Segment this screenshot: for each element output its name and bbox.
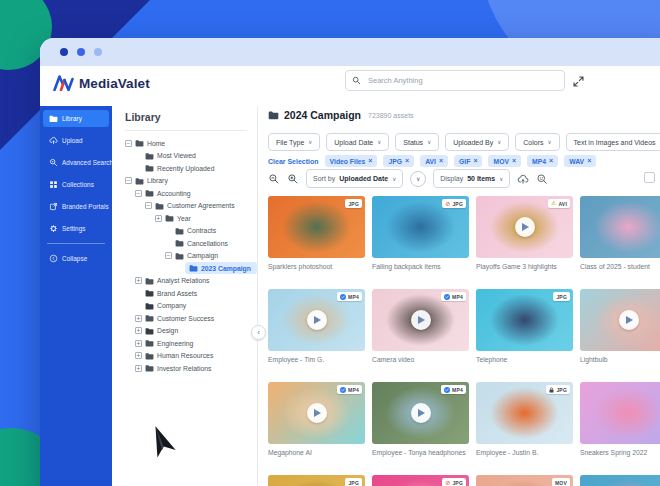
asset-tile[interactable]: MP4 Employee - Tonya headphones [372,382,469,456]
filter-button-colors[interactable]: Colors ∨ [515,133,559,151]
expand-toggle-icon[interactable]: + [135,352,142,359]
sidebar-item-collections[interactable]: Collections [43,176,109,193]
zoom-out-icon[interactable] [268,173,280,185]
filter-button-text-in-images-and-videos[interactable]: Text in Images and Videos ∨ [566,133,660,151]
expand-icon[interactable] [572,74,585,87]
face-search-icon[interactable] [536,173,548,185]
collapse-toggle-icon[interactable]: − [135,190,142,197]
play-icon[interactable] [411,310,431,330]
asset-thumbnail[interactable] [580,475,660,486]
sidebar-item-branded-portals[interactable]: Branded Portals [43,198,109,215]
tree-item-brand-assets[interactable]: Brand Assets [112,287,257,300]
tree-item-library[interactable]: − Library [112,175,257,188]
expand-toggle-icon[interactable]: + [135,315,142,322]
asset-tile[interactable]: Lightbulb [580,289,660,363]
asset-thumbnail[interactable]: JPG [476,382,573,444]
asset-tile[interactable]: JPG Sparklers photoshoot [268,196,365,270]
select-all-checkbox[interactable] [644,172,655,183]
collapse-toggle-icon[interactable]: − [125,177,132,184]
tree-item-year[interactable]: + Year [112,212,257,225]
filter-chip-avi[interactable]: AVI × [420,155,448,167]
asset-thumbnail[interactable] [580,196,660,258]
asset-tile[interactable]: Class of 2025 - student [580,196,660,270]
play-icon[interactable] [515,217,535,237]
asset-thumbnail[interactable]: ⚠AVI [476,196,573,258]
play-icon[interactable] [411,403,431,423]
play-icon[interactable] [307,403,327,423]
collapse-toggle-icon[interactable]: − [165,252,172,259]
close-icon[interactable]: × [549,158,553,164]
expand-toggle-icon[interactable]: + [135,365,142,372]
asset-tile[interactable]: ⊘JPG Falling backpack items [372,196,469,270]
tree-collapse-handle[interactable]: ‹ [251,325,266,340]
asset-tile[interactable] [580,475,660,486]
asset-thumbnail[interactable]: JPG [268,475,365,486]
tree-item-design[interactable]: + Design [112,325,257,338]
asset-tile[interactable]: JPG [268,475,365,486]
filter-chip-video-files[interactable]: Video Files × [325,155,378,167]
search-input[interactable] [366,75,558,86]
asset-tile[interactable]: MP4 Camera video [372,289,469,363]
sort-direction-button[interactable]: ∨ [410,171,426,187]
tree-item-campaign[interactable]: − Campaign [112,250,257,263]
filter-button-status[interactable]: Status ∨ [395,133,439,151]
asset-tile[interactable]: MP4 Megaphone AI [268,382,365,456]
filter-chip-wav[interactable]: WAV × [564,155,596,167]
filter-chip-gif[interactable]: GIF × [454,155,482,167]
close-icon[interactable]: × [473,158,477,164]
asset-tile[interactable]: ⚠AVI Playoffs Game 3 highlights [476,196,573,270]
close-icon[interactable]: × [439,158,443,164]
asset-tile[interactable]: ⊘JPG [372,475,469,486]
tree-item-recently-uploaded[interactable]: Recently Uploaded [112,162,257,175]
display-count-dropdown[interactable]: Display 50 Items ∨ [433,169,510,188]
tree-item-contracts[interactable]: Contracts [112,225,257,238]
asset-thumbnail[interactable] [580,289,660,351]
sidebar-item-settings[interactable]: Settings [43,220,109,237]
zoom-in-icon[interactable] [287,173,299,185]
tree-item-cancellations[interactable]: Cancellations [112,237,257,250]
expand-toggle-icon[interactable]: + [135,327,142,334]
close-icon[interactable]: × [368,158,372,164]
upload-cloud-icon[interactable] [517,173,529,185]
asset-thumbnail[interactable]: ⊘JPG [372,475,469,486]
global-search[interactable] [345,70,565,91]
play-icon[interactable] [619,310,639,330]
sidebar-item-library[interactable]: Library [43,110,109,127]
expand-toggle-icon[interactable]: + [155,215,162,222]
clear-selection-link[interactable]: Clear Selection [268,158,319,165]
close-icon[interactable]: × [587,158,591,164]
expand-toggle-icon[interactable]: + [135,277,142,284]
play-icon[interactable] [307,310,327,330]
tree-item-investor-relations[interactable]: + Investor Relations [112,362,257,375]
tree-item-most-viewed[interactable]: Most Viewed [112,150,257,163]
filter-chip-mov[interactable]: MOV × [488,155,521,167]
collapse-toggle-icon[interactable]: − [145,202,152,209]
asset-tile[interactable]: MP4 Employee - Tim G. [268,289,365,363]
asset-tile[interactable]: MOV [476,475,573,486]
filter-button-upload-date[interactable]: Upload Date ∨ [326,133,389,151]
tree-item-customer-success[interactable]: + Customer Success [112,312,257,325]
asset-thumbnail[interactable]: MP4 [372,382,469,444]
asset-thumbnail[interactable]: MOV [476,475,573,486]
tree-item-human-resources[interactable]: + Human Resources [112,350,257,363]
close-icon[interactable]: × [512,158,516,164]
tree-item-analyst-relations[interactable]: + Analyst Relations [112,275,257,288]
asset-thumbnail[interactable]: ⊘JPG [372,196,469,258]
tree-item-engineering[interactable]: + Engineering [112,337,257,350]
asset-tile[interactable]: Sneakers Spring 2022 [580,382,660,456]
asset-thumbnail[interactable]: JPG [476,289,573,351]
sidebar-item-advanced-search[interactable]: Advanced Search [43,154,109,171]
tree-item-2023-campaign[interactable]: 2023 Campaign [112,262,257,275]
filter-button-file-type[interactable]: File Type ∨ [268,133,320,151]
sidebar-item-upload[interactable]: Upload [43,132,109,149]
tree-item-company[interactable]: Company [112,300,257,313]
tree-item-home[interactable]: − Home [112,137,257,150]
expand-toggle-icon[interactable]: + [135,340,142,347]
filter-button-uploaded-by[interactable]: Uploaded By ∨ [445,133,509,151]
tree-item-customer-agreements[interactable]: − Customer Agreements [112,200,257,213]
filter-chip-jpg[interactable]: JPG × [383,155,414,167]
asset-tile[interactable]: JPG Employee - Justin B. [476,382,573,456]
filter-chip-mp4[interactable]: MP4 × [527,155,558,167]
asset-thumbnail[interactable] [580,382,660,444]
asset-thumbnail[interactable]: JPG [268,196,365,258]
